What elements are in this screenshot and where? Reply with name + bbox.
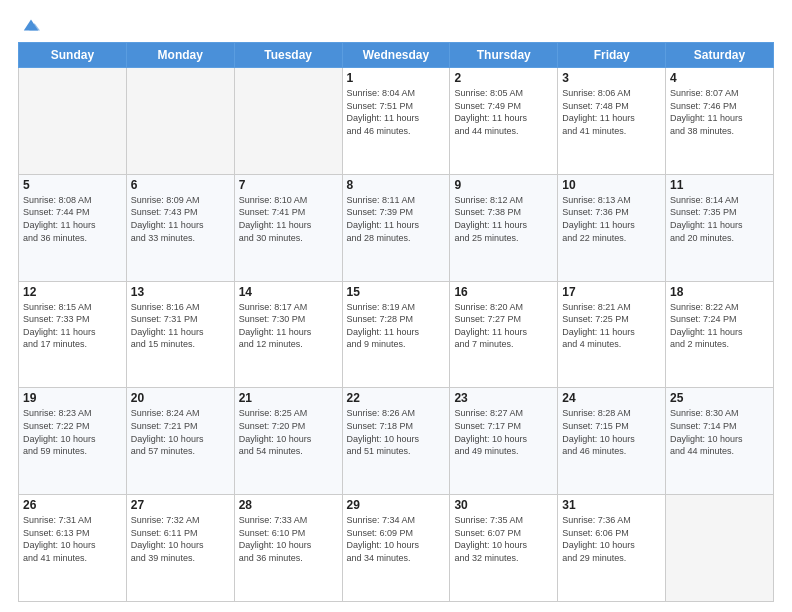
day-info: Sunrise: 8:22 AM Sunset: 7:24 PM Dayligh… bbox=[670, 301, 769, 351]
day-number: 24 bbox=[562, 391, 661, 405]
day-number: 8 bbox=[347, 178, 446, 192]
day-number: 14 bbox=[239, 285, 338, 299]
day-info: Sunrise: 8:30 AM Sunset: 7:14 PM Dayligh… bbox=[670, 407, 769, 457]
day-number: 4 bbox=[670, 71, 769, 85]
calendar-cell: 7Sunrise: 8:10 AM Sunset: 7:41 PM Daylig… bbox=[234, 174, 342, 281]
day-info: Sunrise: 8:17 AM Sunset: 7:30 PM Dayligh… bbox=[239, 301, 338, 351]
day-info: Sunrise: 8:05 AM Sunset: 7:49 PM Dayligh… bbox=[454, 87, 553, 137]
calendar-table: SundayMondayTuesdayWednesdayThursdayFrid… bbox=[18, 42, 774, 602]
calendar-cell bbox=[666, 495, 774, 602]
day-info: Sunrise: 8:06 AM Sunset: 7:48 PM Dayligh… bbox=[562, 87, 661, 137]
calendar-week-4: 19Sunrise: 8:23 AM Sunset: 7:22 PM Dayli… bbox=[19, 388, 774, 495]
day-number: 27 bbox=[131, 498, 230, 512]
day-number: 20 bbox=[131, 391, 230, 405]
day-number: 2 bbox=[454, 71, 553, 85]
day-info: Sunrise: 8:10 AM Sunset: 7:41 PM Dayligh… bbox=[239, 194, 338, 244]
calendar-cell: 15Sunrise: 8:19 AM Sunset: 7:28 PM Dayli… bbox=[342, 281, 450, 388]
day-number: 11 bbox=[670, 178, 769, 192]
day-info: Sunrise: 8:08 AM Sunset: 7:44 PM Dayligh… bbox=[23, 194, 122, 244]
day-info: Sunrise: 8:21 AM Sunset: 7:25 PM Dayligh… bbox=[562, 301, 661, 351]
day-number: 9 bbox=[454, 178, 553, 192]
calendar-cell: 19Sunrise: 8:23 AM Sunset: 7:22 PM Dayli… bbox=[19, 388, 127, 495]
day-info: Sunrise: 8:12 AM Sunset: 7:38 PM Dayligh… bbox=[454, 194, 553, 244]
day-number: 5 bbox=[23, 178, 122, 192]
calendar-cell: 16Sunrise: 8:20 AM Sunset: 7:27 PM Dayli… bbox=[450, 281, 558, 388]
day-number: 16 bbox=[454, 285, 553, 299]
day-number: 15 bbox=[347, 285, 446, 299]
day-info: Sunrise: 8:23 AM Sunset: 7:22 PM Dayligh… bbox=[23, 407, 122, 457]
calendar-cell: 27Sunrise: 7:32 AM Sunset: 6:11 PM Dayli… bbox=[126, 495, 234, 602]
calendar-cell: 18Sunrise: 8:22 AM Sunset: 7:24 PM Dayli… bbox=[666, 281, 774, 388]
calendar-cell: 24Sunrise: 8:28 AM Sunset: 7:15 PM Dayli… bbox=[558, 388, 666, 495]
calendar-cell: 22Sunrise: 8:26 AM Sunset: 7:18 PM Dayli… bbox=[342, 388, 450, 495]
calendar-cell: 14Sunrise: 8:17 AM Sunset: 7:30 PM Dayli… bbox=[234, 281, 342, 388]
weekday-header-wednesday: Wednesday bbox=[342, 43, 450, 68]
day-info: Sunrise: 8:15 AM Sunset: 7:33 PM Dayligh… bbox=[23, 301, 122, 351]
weekday-header-saturday: Saturday bbox=[666, 43, 774, 68]
calendar-cell: 11Sunrise: 8:14 AM Sunset: 7:35 PM Dayli… bbox=[666, 174, 774, 281]
day-number: 12 bbox=[23, 285, 122, 299]
calendar-cell: 23Sunrise: 8:27 AM Sunset: 7:17 PM Dayli… bbox=[450, 388, 558, 495]
day-info: Sunrise: 8:16 AM Sunset: 7:31 PM Dayligh… bbox=[131, 301, 230, 351]
logo bbox=[18, 16, 40, 34]
calendar-cell: 25Sunrise: 8:30 AM Sunset: 7:14 PM Dayli… bbox=[666, 388, 774, 495]
calendar-cell bbox=[234, 68, 342, 175]
day-number: 29 bbox=[347, 498, 446, 512]
day-info: Sunrise: 8:24 AM Sunset: 7:21 PM Dayligh… bbox=[131, 407, 230, 457]
calendar-cell: 29Sunrise: 7:34 AM Sunset: 6:09 PM Dayli… bbox=[342, 495, 450, 602]
day-info: Sunrise: 8:27 AM Sunset: 7:17 PM Dayligh… bbox=[454, 407, 553, 457]
calendar-cell: 8Sunrise: 8:11 AM Sunset: 7:39 PM Daylig… bbox=[342, 174, 450, 281]
calendar-week-1: 1Sunrise: 8:04 AM Sunset: 7:51 PM Daylig… bbox=[19, 68, 774, 175]
day-number: 25 bbox=[670, 391, 769, 405]
calendar-cell bbox=[19, 68, 127, 175]
calendar-cell: 6Sunrise: 8:09 AM Sunset: 7:43 PM Daylig… bbox=[126, 174, 234, 281]
day-info: Sunrise: 7:34 AM Sunset: 6:09 PM Dayligh… bbox=[347, 514, 446, 564]
calendar-cell: 9Sunrise: 8:12 AM Sunset: 7:38 PM Daylig… bbox=[450, 174, 558, 281]
calendar-cell: 28Sunrise: 7:33 AM Sunset: 6:10 PM Dayli… bbox=[234, 495, 342, 602]
weekday-header-monday: Monday bbox=[126, 43, 234, 68]
day-info: Sunrise: 7:36 AM Sunset: 6:06 PM Dayligh… bbox=[562, 514, 661, 564]
day-number: 23 bbox=[454, 391, 553, 405]
day-info: Sunrise: 7:31 AM Sunset: 6:13 PM Dayligh… bbox=[23, 514, 122, 564]
day-info: Sunrise: 8:20 AM Sunset: 7:27 PM Dayligh… bbox=[454, 301, 553, 351]
logo-icon bbox=[22, 16, 40, 34]
day-number: 3 bbox=[562, 71, 661, 85]
day-info: Sunrise: 8:26 AM Sunset: 7:18 PM Dayligh… bbox=[347, 407, 446, 457]
day-info: Sunrise: 7:32 AM Sunset: 6:11 PM Dayligh… bbox=[131, 514, 230, 564]
day-info: Sunrise: 8:25 AM Sunset: 7:20 PM Dayligh… bbox=[239, 407, 338, 457]
weekday-header-tuesday: Tuesday bbox=[234, 43, 342, 68]
calendar-cell: 13Sunrise: 8:16 AM Sunset: 7:31 PM Dayli… bbox=[126, 281, 234, 388]
day-number: 1 bbox=[347, 71, 446, 85]
day-info: Sunrise: 8:04 AM Sunset: 7:51 PM Dayligh… bbox=[347, 87, 446, 137]
day-info: Sunrise: 7:35 AM Sunset: 6:07 PM Dayligh… bbox=[454, 514, 553, 564]
calendar-cell: 10Sunrise: 8:13 AM Sunset: 7:36 PM Dayli… bbox=[558, 174, 666, 281]
day-info: Sunrise: 7:33 AM Sunset: 6:10 PM Dayligh… bbox=[239, 514, 338, 564]
calendar-cell: 30Sunrise: 7:35 AM Sunset: 6:07 PM Dayli… bbox=[450, 495, 558, 602]
calendar-body: 1Sunrise: 8:04 AM Sunset: 7:51 PM Daylig… bbox=[19, 68, 774, 602]
calendar-cell: 1Sunrise: 8:04 AM Sunset: 7:51 PM Daylig… bbox=[342, 68, 450, 175]
day-info: Sunrise: 8:14 AM Sunset: 7:35 PM Dayligh… bbox=[670, 194, 769, 244]
calendar-cell: 21Sunrise: 8:25 AM Sunset: 7:20 PM Dayli… bbox=[234, 388, 342, 495]
calendar-cell: 20Sunrise: 8:24 AM Sunset: 7:21 PM Dayli… bbox=[126, 388, 234, 495]
day-number: 6 bbox=[131, 178, 230, 192]
day-number: 31 bbox=[562, 498, 661, 512]
calendar-header: SundayMondayTuesdayWednesdayThursdayFrid… bbox=[19, 43, 774, 68]
day-info: Sunrise: 8:28 AM Sunset: 7:15 PM Dayligh… bbox=[562, 407, 661, 457]
calendar-cell: 2Sunrise: 8:05 AM Sunset: 7:49 PM Daylig… bbox=[450, 68, 558, 175]
calendar-week-5: 26Sunrise: 7:31 AM Sunset: 6:13 PM Dayli… bbox=[19, 495, 774, 602]
day-number: 28 bbox=[239, 498, 338, 512]
weekday-header-row: SundayMondayTuesdayWednesdayThursdayFrid… bbox=[19, 43, 774, 68]
day-number: 10 bbox=[562, 178, 661, 192]
day-number: 13 bbox=[131, 285, 230, 299]
day-number: 17 bbox=[562, 285, 661, 299]
day-number: 26 bbox=[23, 498, 122, 512]
weekday-header-friday: Friday bbox=[558, 43, 666, 68]
day-number: 7 bbox=[239, 178, 338, 192]
day-info: Sunrise: 8:07 AM Sunset: 7:46 PM Dayligh… bbox=[670, 87, 769, 137]
calendar-cell: 4Sunrise: 8:07 AM Sunset: 7:46 PM Daylig… bbox=[666, 68, 774, 175]
calendar-cell: 5Sunrise: 8:08 AM Sunset: 7:44 PM Daylig… bbox=[19, 174, 127, 281]
calendar-week-2: 5Sunrise: 8:08 AM Sunset: 7:44 PM Daylig… bbox=[19, 174, 774, 281]
day-info: Sunrise: 8:13 AM Sunset: 7:36 PM Dayligh… bbox=[562, 194, 661, 244]
day-number: 19 bbox=[23, 391, 122, 405]
day-number: 21 bbox=[239, 391, 338, 405]
